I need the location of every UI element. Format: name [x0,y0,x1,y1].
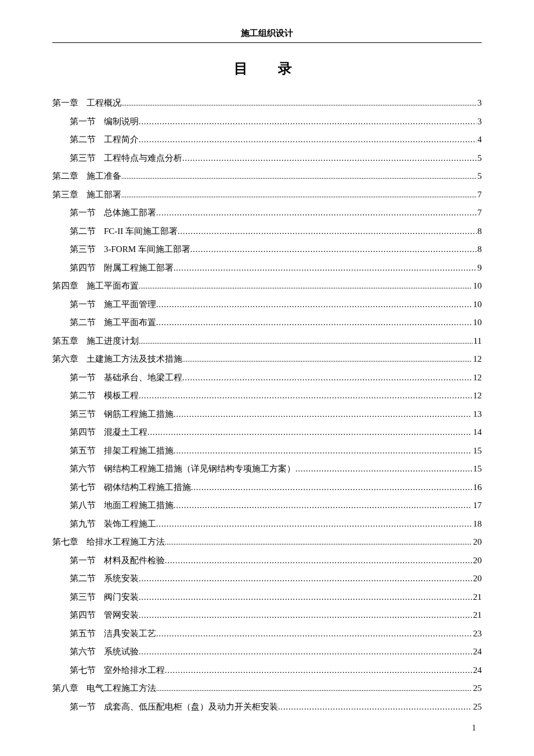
toc-entry-page: 12 [472,350,482,369]
page-number: 1 [472,723,476,733]
toc-entry-page: 18 [472,515,482,534]
toc-entry-page: 15 [472,442,482,460]
toc-entry-title: 总体施工部署 [104,204,156,222]
toc-leader-dots: ........................................… [121,170,477,184]
toc-entry-page: 25 [472,679,482,698]
toc-entry-title: 钢筋工程施工措施 [104,405,174,424]
toc-entry-title: 成套高、低压配电柜（盘）及动力开关柜安装 [104,698,278,717]
toc-leader-dots: ........................................… [139,279,472,294]
toc-entry: 第四节管网安装.................................… [52,606,482,625]
toc-entry-title: 工程简介 [104,131,139,149]
toc-entry-title: 系统安装 [104,570,139,588]
toc-entry: 第二节系统安装.................................… [52,570,482,588]
toc-entry-label: 第三节 [70,240,96,259]
toc-entry-title: 砌体结构工程施工措施 [104,478,191,497]
document-header-title: 施工组织设计 [52,28,482,43]
toc-entry-title: 排架工程施工措施 [104,442,174,460]
toc-entry: 第一节材料及配件检验..............................… [52,552,482,570]
toc-entry-label: 第三节 [70,588,96,607]
toc-entry-page: 21 [472,588,482,607]
toc-entry-page: 25 [472,698,482,717]
toc-entry: 第二节施工平面布置...............................… [52,314,482,332]
toc-entry-title: 钢结构工程施工措施（详见钢结构专项施工方案） [104,460,295,478]
toc-entry: 第二节模板工程.................................… [52,387,482,405]
toc-entry-page: 8 [477,240,482,259]
toc-leader-dots: ........................................… [295,460,472,477]
toc-entry-title: 工程概况 [86,94,121,113]
toc-heading: 目 录 [52,59,482,78]
toc-entry-title: 管网安装 [104,606,139,625]
toc-entry: 第一节成套高、低压配电柜（盘）及动力开关柜安装.................… [52,698,482,717]
toc-entry-page: 5 [477,167,482,186]
toc-leader-dots: ........................................… [182,369,472,386]
toc-entry: 第七节室外给排水工程..............................… [52,661,482,680]
toc-entry-page: 17 [472,496,482,515]
toc-entry-label: 第二节 [70,387,96,405]
toc-entry-title: 基础承台、地梁工程 [104,369,182,387]
toc-container: 第一章工程概况.................................… [52,94,482,716]
toc-entry-label: 第一章 [52,94,78,113]
toc-entry-label: 第五章 [52,332,78,351]
toc-entry: 第六章土建施工方法及技术措施..........................… [52,350,482,369]
toc-entry-label: 第一节 [70,552,96,570]
toc-entry-page: 23 [472,625,482,643]
toc-entry-label: 第三节 [70,405,96,424]
toc-entry-title: 阀门安装 [104,588,139,607]
toc-entry: 第五节洁具安装工艺...............................… [52,625,482,643]
toc-entry-page: 12 [472,387,482,405]
toc-entry: 第二节FC-II 车间施工部署.........................… [52,222,482,241]
toc-entry: 第一节施工平面管理...............................… [52,296,482,314]
toc-entry-page: 10 [472,277,482,296]
toc-entry-page: 11 [472,332,482,351]
toc-entry-label: 第二节 [70,314,96,332]
toc-entry-label: 第一节 [70,296,96,314]
toc-entry: 第二节工程简介.................................… [52,131,482,149]
toc-leader-dots: ........................................… [156,682,472,696]
toc-entry: 第五章施工进度计划...............................… [52,332,482,351]
toc-leader-dots: ........................................… [156,296,472,313]
toc-entry-title: FC-II 车间施工部署 [104,222,178,241]
toc-entry-page: 20 [472,570,482,588]
toc-entry-title: 系统试验 [104,643,139,661]
toc-entry-label: 第八节 [70,496,96,515]
toc-leader-dots: ........................................… [165,535,472,550]
toc-entry-label: 第四节 [70,423,96,442]
toc-entry: 第八章电气工程施工方法.............................… [52,679,482,698]
toc-leader-dots: ........................................… [156,516,472,532]
toc-entry: 第八节地面工程施工措施.............................… [52,496,482,515]
toc-entry-page: 7 [477,186,482,204]
toc-entry-title: 土建施工方法及技术措施 [86,350,182,369]
toc-leader-dots: ........................................… [178,223,476,240]
toc-entry-page: 24 [472,643,482,661]
toc-leader-dots: ........................................… [174,497,472,514]
toc-entry-label: 第二章 [52,167,78,186]
toc-entry: 第九节装饰工程施工...............................… [52,515,482,534]
toc-entry: 第六节钢结构工程施工措施（详见钢结构专项施工方案）...............… [52,460,482,478]
toc-entry-title: 施工平面布置 [104,314,156,332]
toc-entry-title: 施工部署 [86,186,121,204]
toc-leader-dots: ........................................… [156,625,472,642]
toc-entry-label: 第四章 [52,277,78,296]
toc-entry: 第四节混凝土工程................................… [52,423,482,442]
toc-entry: 第三节3-FORM 车间施工部署........................… [52,240,482,259]
toc-leader-dots: ........................................… [139,387,472,404]
toc-leader-dots: ........................................… [190,241,477,258]
toc-entry: 第一节编制说明.................................… [52,113,482,131]
toc-leader-dots: ........................................… [139,607,472,624]
toc-entry: 第七章给排水工程施工方法............................… [52,533,482,552]
toc-entry-title: 室外给排水工程 [104,661,165,680]
toc-leader-dots: ........................................… [147,424,472,441]
toc-entry-label: 第二节 [70,570,96,588]
toc-entry-title: 给排水工程施工方法 [86,533,165,552]
toc-entry-page: 13 [472,405,482,424]
toc-entry-title: 电气工程施工方法 [86,679,156,698]
toc-entry-label: 第七节 [70,661,96,680]
toc-entry-page: 7 [477,204,482,222]
toc-leader-dots: ........................................… [139,334,472,349]
toc-leader-dots: ........................................… [139,131,477,148]
toc-leader-dots: ........................................… [174,406,472,423]
toc-entry: 第一章工程概况.................................… [52,94,482,113]
toc-leader-dots: ........................................… [156,204,477,221]
toc-leader-dots: ........................................… [174,260,477,276]
toc-leader-dots: ........................................… [121,96,477,111]
